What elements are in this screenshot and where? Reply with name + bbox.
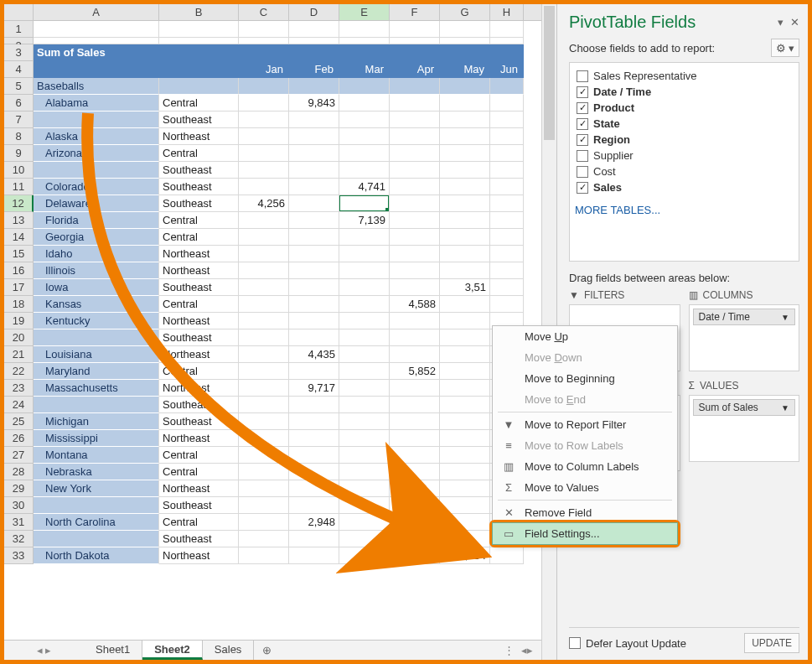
row-header[interactable]: 31 [4, 514, 34, 531]
data-cell[interactable] [239, 430, 289, 447]
data-cell[interactable] [339, 413, 390, 430]
row-header[interactable]: 12 [4, 195, 34, 212]
data-cell[interactable] [239, 162, 289, 179]
state-label[interactable]: Illinois [34, 262, 159, 279]
data-cell[interactable]: 4,256 [239, 195, 289, 212]
cell[interactable] [239, 78, 289, 95]
data-cell[interactable] [440, 195, 490, 212]
state-label[interactable]: Idaho [34, 246, 159, 262]
checkbox-icon[interactable] [577, 150, 588, 162]
checkbox-icon[interactable] [577, 166, 588, 178]
checkbox-icon[interactable]: ✓ [577, 118, 588, 130]
data-cell[interactable] [490, 95, 524, 112]
data-cell[interactable] [339, 329, 390, 346]
col-header-B[interactable]: B [159, 4, 239, 20]
pill-sum-of-sales[interactable]: Sum of Sales▼ [693, 399, 796, 416]
field-date-time[interactable]: ✓Date / Time [575, 84, 794, 100]
state-label[interactable]: Georgia [34, 229, 159, 246]
data-cell[interactable]: 4,741 [339, 179, 390, 195]
data-cell[interactable] [339, 229, 390, 246]
columns-area[interactable]: ▥COLUMNS Date / Time▼ [689, 289, 800, 371]
region-value[interactable]: Central [159, 296, 239, 313]
state-label[interactable]: Massachusetts [34, 380, 159, 397]
values-area[interactable]: ΣVALUES Sum of Sales▼ [689, 380, 800, 471]
region-value[interactable]: Northeast [159, 380, 239, 397]
more-tables-link[interactable]: MORE TABLES... [575, 204, 794, 216]
state-label[interactable] [34, 531, 159, 547]
update-button[interactable]: UPDATE [744, 633, 799, 653]
data-cell[interactable] [289, 296, 339, 313]
region-value[interactable]: Northeast [159, 262, 239, 279]
region-value[interactable]: Southeast [159, 531, 239, 547]
row-header[interactable]: 27 [4, 447, 34, 464]
data-cell[interactable] [339, 480, 390, 497]
row-header[interactable]: 5 [4, 78, 34, 95]
state-label[interactable]: North Dakota [34, 547, 159, 564]
col-header-C[interactable]: C [239, 4, 289, 20]
state-label[interactable]: New York [34, 480, 159, 497]
col-header-F[interactable]: F [390, 4, 440, 20]
month-Apr[interactable]: Apr [390, 61, 440, 78]
data-cell[interactable] [289, 162, 339, 179]
data-cell[interactable] [239, 112, 289, 128]
data-cell[interactable] [440, 145, 490, 162]
data-cell[interactable] [289, 195, 339, 212]
data-cell[interactable] [490, 112, 524, 128]
row-header[interactable]: 17 [4, 279, 34, 296]
cell[interactable] [34, 38, 159, 44]
data-cell[interactable] [289, 179, 339, 195]
data-cell[interactable] [339, 531, 390, 547]
grid-body[interactable]: 123Sum of Sales4JanFebMarAprMayJun5Baseb… [4, 21, 541, 640]
cell[interactable] [289, 78, 339, 95]
data-cell[interactable] [289, 229, 339, 246]
region-value[interactable]: Northeast [159, 246, 239, 262]
data-cell[interactable] [440, 531, 490, 547]
data-cell[interactable] [239, 397, 289, 413]
data-cell[interactable]: 9,717 [289, 380, 339, 397]
cell[interactable] [390, 21, 440, 38]
tabs-scroll-icon[interactable]: ◂▸ [521, 644, 533, 656]
row-header[interactable]: 19 [4, 313, 34, 329]
data-cell[interactable] [440, 128, 490, 145]
region-value[interactable]: Central [159, 145, 239, 162]
region-value[interactable]: Central [159, 95, 239, 112]
data-cell[interactable] [339, 380, 390, 397]
pill-date-time[interactable]: Date / Time▼ [693, 309, 796, 325]
row-header[interactable]: 2 [4, 38, 34, 44]
data-cell[interactable] [239, 313, 289, 329]
data-cell[interactable] [390, 397, 440, 413]
region-value[interactable]: Southeast [159, 112, 239, 128]
data-cell[interactable] [390, 279, 440, 296]
data-cell[interactable] [239, 480, 289, 497]
data-cell[interactable] [289, 480, 339, 497]
data-cell[interactable] [289, 145, 339, 162]
data-cell[interactable] [440, 346, 490, 363]
data-cell[interactable] [490, 229, 524, 246]
data-cell[interactable]: 4,435 [289, 346, 339, 363]
data-cell[interactable] [490, 262, 524, 279]
data-cell[interactable] [390, 112, 440, 128]
data-cell[interactable] [440, 329, 490, 346]
data-cell[interactable] [339, 279, 390, 296]
data-cell[interactable] [390, 195, 440, 212]
data-cell[interactable] [339, 363, 390, 380]
data-cell[interactable] [390, 246, 440, 262]
state-label[interactable]: Mississippi [34, 430, 159, 447]
data-cell[interactable] [440, 179, 490, 195]
data-cell[interactable] [440, 397, 490, 413]
ctx-field-settings[interactable]: ▭Field Settings... [492, 522, 678, 545]
group-baseballs[interactable]: Baseballs [34, 78, 159, 95]
state-label[interactable]: Nebraska [34, 464, 159, 480]
data-cell[interactable] [239, 531, 289, 547]
region-value[interactable]: Southeast [159, 397, 239, 413]
data-cell[interactable] [289, 447, 339, 464]
row-header[interactable]: 14 [4, 229, 34, 246]
data-cell[interactable] [339, 514, 390, 531]
state-label[interactable]: Kansas [34, 296, 159, 313]
region-value[interactable]: Central [159, 464, 239, 480]
row-header[interactable]: 9 [4, 145, 34, 162]
region-value[interactable]: Northeast [159, 480, 239, 497]
data-cell[interactable] [440, 380, 490, 397]
state-label[interactable]: Montana [34, 447, 159, 464]
cell[interactable] [440, 38, 490, 44]
